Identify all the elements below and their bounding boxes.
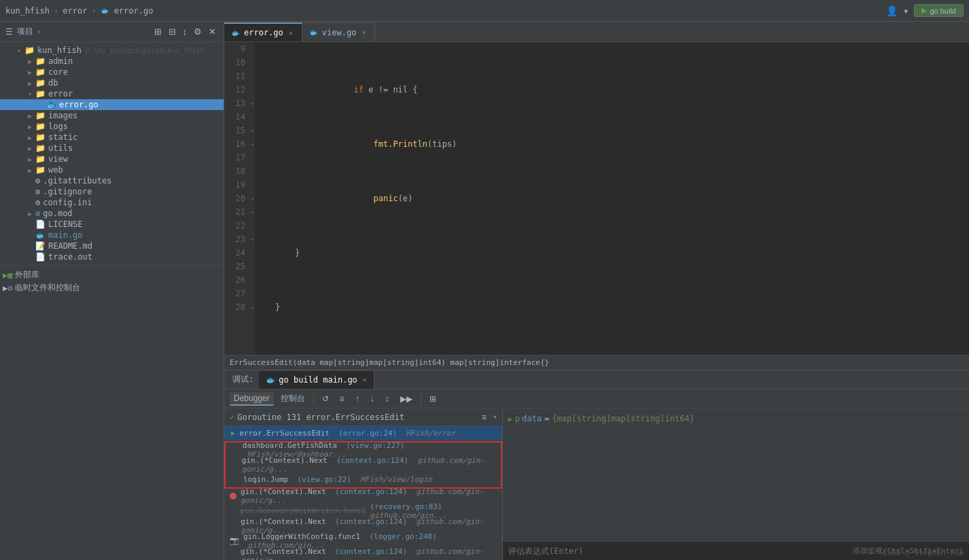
stack-frame-3[interactable]: gin.(*Context).Next (context.go:124) git… — [226, 457, 501, 472]
goroutine-list-btn[interactable]: ≡ — [478, 411, 491, 423]
sidebar-item-view[interactable]: ▶ 📁 view — [0, 154, 224, 164]
sidebar-settings-btn[interactable]: ⚙ — [192, 25, 204, 38]
ln-22: 22 — [224, 219, 249, 232]
code-editor: 9 10 11 12 13 14 15 16 17 18 19 20 21 22… — [224, 42, 969, 355]
code-content[interactable]: if e != nil { fmt.Println(tips) panic(e) — [255, 42, 969, 355]
console-tab-btn[interactable]: 控制台 — [277, 391, 309, 406]
folder-icon-static: 📁 — [35, 133, 46, 142]
license-icon: 📄 — [35, 220, 46, 229]
config-icon-ini: ⚙ — [35, 198, 40, 207]
watermark: CSDN @_Stephen_hua — [883, 548, 964, 557]
sidebar-collapse-all-btn[interactable]: ⊟ — [166, 25, 178, 38]
sidebar-item-core[interactable]: ▶ 📁 core — [0, 67, 224, 77]
tab-view-go-close[interactable]: ✕ — [359, 28, 368, 37]
restart-btn[interactable]: ↺ — [318, 393, 333, 405]
ln-10: 10 — [224, 56, 249, 69]
sidebar-item-temp-files[interactable]: ▶ ⚙ 临时文件和控制台 — [0, 281, 224, 294]
check-icon: ✓ — [230, 413, 234, 422]
folder-icon-admin: 📁 — [35, 56, 46, 66]
sidebar-item-readme[interactable]: 📝 README.md — [0, 241, 224, 251]
sidebar-item-trace[interactable]: 📄 trace.out — [0, 251, 224, 262]
debug-run-tab-close[interactable]: ✕ — [363, 376, 367, 383]
sidebar-item-license[interactable]: 📄 LICENSE — [0, 219, 224, 230]
folder-icon-utils: 📁 — [35, 143, 46, 153]
tree-separator — [0, 265, 224, 266]
var-val-data: {map[string]map[string]int64} — [552, 414, 694, 423]
label-config: config.ini — [43, 198, 92, 207]
var-item-data: ▶ pdata = {map[string]map[string]int64} — [508, 411, 964, 426]
sidebar-item-project[interactable]: ▾ 📁 kun_hfish D:\my_project\gitee\kun_hf… — [0, 45, 224, 56]
ln-21: 21 — [224, 205, 249, 219]
tab-bar: 🐟 error.go ✕ 🐟 view.go ✕ — [224, 22, 969, 42]
expr-input[interactable] — [508, 546, 847, 556]
tab-error-go[interactable]: 🐟 error.go ✕ — [224, 22, 302, 41]
expand-icon: ▶ — [24, 80, 35, 87]
stack-frame-5[interactable]: gin.(*Context).Next (context.go:124) git… — [224, 489, 502, 504]
sidebar-expand-btn[interactable]: ↕ — [181, 25, 190, 38]
step-up-btn[interactable]: ↑ — [351, 393, 364, 405]
restart-icon: ↺ — [322, 394, 329, 404]
sidebar-item-admin[interactable]: ▶ 📁 admin — [0, 56, 224, 67]
sidebar-header-left: ☰ 项目 ▾ — [5, 26, 41, 37]
run-button[interactable]: ▶ go build — [914, 4, 964, 17]
stack-frame-4[interactable]: login.Jump (view.go:22) HFish/view/login — [226, 472, 501, 487]
debug-label: 调试: — [230, 374, 256, 385]
debugger-tab-btn[interactable]: Debugger — [230, 392, 274, 406]
sidebar-item-external-libs[interactable]: ▶ ▦ 外部库 — [0, 268, 224, 281]
step-list-btn[interactable]: ≡ — [336, 393, 349, 405]
sidebar-item-config[interactable]: ⚙ config.ini — [0, 197, 224, 208]
debug-content: ✓ Goroutine 131 error.ErrSuccessEdit ≡ ▾… — [224, 408, 969, 560]
sidebar-item-images[interactable]: ▶ 📁 images — [0, 110, 224, 121]
sidebar-item-web[interactable]: ▶ 📁 web — [0, 164, 224, 175]
ln-25: 25 — [224, 260, 249, 273]
debug-run-tab-label: go build main.go — [279, 375, 357, 385]
folder-icon-core: 📁 — [35, 67, 46, 77]
frames-btn[interactable]: ⊞ — [425, 393, 440, 405]
sidebar-item-gitattributes[interactable]: ⚙ .gitattributes — [0, 175, 224, 186]
label-license: LICENSE — [48, 220, 83, 229]
ln-17: 17 — [224, 151, 249, 164]
sidebar-item-static[interactable]: ▶ 📁 static — [0, 132, 224, 143]
tab-view-go[interactable]: 🐟 view.go ✕ — [302, 22, 376, 41]
sidebar-item-main-go[interactable]: 🐟 main.go — [0, 230, 224, 241]
breadcrumb-file: error.go — [114, 6, 154, 16]
label-trace: trace.out — [48, 252, 92, 262]
sidebar-item-error[interactable]: ▾ 📁 error — [0, 88, 224, 99]
ln-14: 14 — [224, 110, 249, 124]
step-into-btn[interactable]: ↕ — [381, 393, 393, 405]
sidebar-add-btn[interactable]: ⊞ — [152, 25, 164, 38]
red-frame-group: dashboard.GetFishData (view.go:227) HFis… — [224, 441, 502, 489]
sidebar-close-btn[interactable]: ✕ — [207, 25, 218, 38]
temp-icon: ⚙ — [7, 283, 12, 293]
sidebar-item-utils[interactable]: ▶ 📁 utils — [0, 143, 224, 154]
main-layout: ☰ 项目 ▾ ⊞ ⊟ ↕ ⚙ ✕ ▾ 📁 kun_hfish D:\my_pro… — [0, 22, 969, 560]
folder-icon: 📁 — [24, 46, 35, 55]
stack-frame-9[interactable]: gin.(*Context).Next (context.go:124) git… — [224, 548, 502, 560]
label-readme: README.md — [48, 241, 92, 251]
sidebar-item-logs[interactable]: ▶ 📁 logs — [0, 121, 224, 132]
editor-area: 🐟 error.go ✕ 🐟 view.go ✕ 9 10 11 12 13 1… — [224, 22, 969, 560]
sidebar-item-error-go[interactable]: 🐟 error.go — [0, 99, 224, 110]
tab-go-icon: 🐟 — [231, 29, 241, 37]
sidebar-item-gitignore[interactable]: ⚙ .gitignore — [0, 186, 224, 197]
stack-frame-1[interactable]: ➤ error.ErrSuccessEdit (error.go:24) HFi… — [224, 426, 502, 441]
var-expand-data[interactable]: ▶ — [508, 415, 512, 423]
goroutine-dropdown-btn[interactable]: ▾ — [493, 413, 497, 421]
resume-btn[interactable]: ▶▶ — [396, 393, 417, 405]
sidebar-tree: ▾ 📁 kun_hfish D:\my_project\gitee\kun_hf… — [0, 42, 224, 560]
goroutine-label: Goroutine 131 error.ErrSuccessEdit — [237, 413, 404, 422]
sidebar-item-db[interactable]: ▶ 📁 db — [0, 77, 224, 88]
debug-run-tab[interactable]: 🐟 go build main.go ✕ — [259, 371, 374, 389]
gofile-icon-error: 🐟 — [46, 100, 56, 109]
ln-13: 13 — [224, 97, 249, 110]
folder-icon-logs: 📁 — [35, 122, 46, 131]
frame-text-9: gin.(*Context).Next (context.go:124) git… — [241, 547, 497, 561]
frame-text-3: gin.(*Context).Next (context.go:124) git… — [242, 456, 495, 474]
tab-error-go-close[interactable]: ✕ — [287, 29, 295, 37]
sidebar-header-right: ⊞ ⊟ ↕ ⚙ ✕ — [152, 25, 219, 38]
goroutine-header-left: ✓ Goroutine 131 error.ErrSuccessEdit — [230, 413, 404, 422]
run-label: go build — [930, 7, 956, 15]
sidebar-item-gomod[interactable]: ▶ ⚙ go.mod — [0, 208, 224, 219]
ln-23: 23 — [224, 232, 249, 246]
step-down-btn[interactable]: ↓ — [366, 393, 378, 405]
